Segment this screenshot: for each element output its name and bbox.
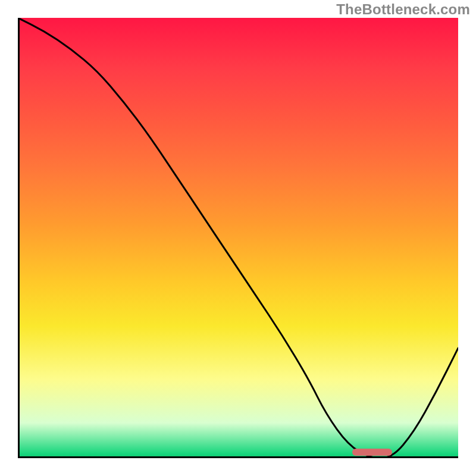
chart-container: TheBottleneck.com (0, 0, 476, 476)
bottleneck-curve-path (18, 18, 458, 458)
curve-svg (18, 18, 458, 458)
plot-area (18, 18, 458, 458)
optimal-region-marker (352, 449, 392, 456)
watermark-label: TheBottleneck.com (336, 1, 470, 18)
